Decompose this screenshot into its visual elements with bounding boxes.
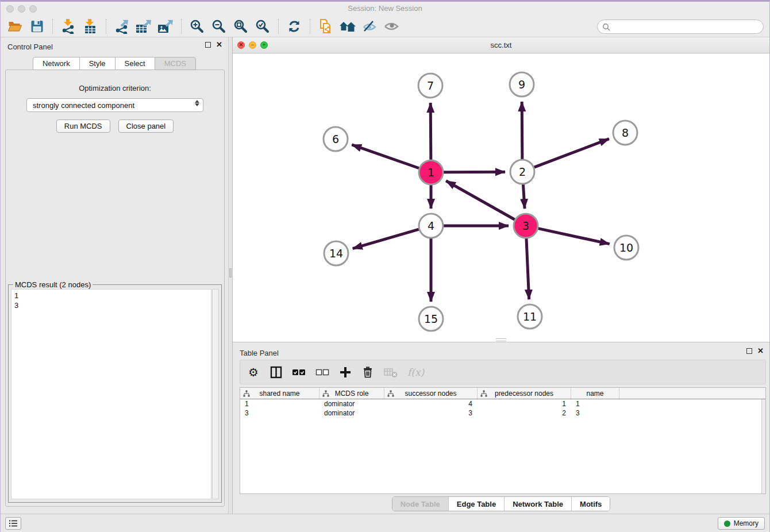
column-header-mcds-role[interactable]: MCDS role — [319, 388, 384, 399]
zoom-selected-icon[interactable] — [252, 17, 274, 36]
search-input[interactable] — [613, 22, 763, 31]
graph-edge-2-9[interactable] — [522, 102, 522, 159]
export-table-icon[interactable] — [133, 17, 155, 36]
open-session-icon[interactable] — [4, 17, 26, 36]
float-panel-icon[interactable] — [205, 42, 211, 48]
result-scrollbar[interactable] — [212, 289, 219, 499]
graph-edge-1-6[interactable] — [352, 145, 419, 168]
graph-edge-1-7[interactable] — [430, 103, 431, 160]
memory-status-icon — [724, 521, 730, 527]
zoom-in-icon[interactable] — [186, 17, 208, 36]
tab-select[interactable]: Select — [115, 57, 155, 70]
splitter-grip[interactable] — [229, 268, 232, 277]
graph-canvas: 1234678910111415 — [233, 53, 770, 342]
hide-eye-icon[interactable] — [359, 17, 380, 36]
column-header-predecessor-nodes[interactable]: predecessor nodes — [478, 388, 571, 399]
graph-edge-3-1[interactable] — [446, 181, 515, 219]
graph-node-label-11: 11 — [523, 310, 537, 323]
table-cell: 3 — [240, 409, 319, 417]
graph-edge-3-10[interactable] — [538, 229, 609, 244]
select-all-columns-icon[interactable] — [292, 365, 306, 379]
mcds-result-box: MCDS result (2 nodes) 1 3 — [8, 284, 222, 503]
close-panel-button[interactable]: Close panel — [118, 119, 174, 133]
unselect-all-columns-icon[interactable] — [315, 365, 329, 379]
graph-node-label-2: 2 — [519, 165, 526, 178]
refresh-icon[interactable] — [283, 17, 305, 36]
column-header-successor-nodes[interactable]: successor nodes — [384, 388, 478, 399]
table-row[interactable]: 1 dominator 4 1 1 — [240, 399, 765, 408]
toolbar-separator — [52, 19, 53, 34]
memory-button[interactable]: Memory — [718, 517, 765, 530]
attribute-icon — [480, 390, 487, 397]
tab-style[interactable]: Style — [79, 57, 116, 70]
table-toolbar: ⚙ f(x) — [240, 360, 766, 384]
table-cell: dominator — [319, 400, 384, 408]
column-header-shared-name[interactable]: shared name — [240, 388, 319, 399]
column-header-name[interactable]: name — [571, 388, 619, 399]
network-window-titlebar: ✕ − + scc.txt — [233, 37, 769, 53]
tab-network[interactable]: Network — [33, 57, 80, 70]
add-column-icon[interactable] — [339, 365, 352, 379]
tab-network-table[interactable]: Network Table — [504, 497, 571, 511]
zoom-out-icon[interactable] — [208, 17, 230, 36]
toolbar-separator — [310, 19, 310, 34]
search-box — [597, 20, 764, 34]
run-mcds-button[interactable]: Run MCDS — [56, 119, 110, 133]
list-icon — [9, 519, 18, 527]
tab-motifs[interactable]: Motifs — [571, 497, 610, 511]
toggle-panes-icon[interactable] — [270, 365, 282, 379]
panel-list-button[interactable] — [5, 517, 21, 530]
save-session-icon[interactable] — [26, 17, 48, 36]
optimization-criterion-label: Optimization criterion: — [6, 84, 224, 92]
import-table-icon[interactable] — [79, 17, 101, 36]
search-icon — [602, 23, 610, 31]
mcds-result-text[interactable]: 1 3 — [11, 289, 211, 499]
attribute-icon — [243, 390, 250, 397]
import-network-icon[interactable] — [57, 17, 79, 36]
clone-network-icon[interactable] — [315, 17, 337, 36]
function-builder-icon: f(x) — [407, 365, 424, 379]
graph-node-label-8: 8 — [622, 126, 629, 139]
tab-mcds[interactable]: MCDS — [155, 57, 196, 70]
criterion-select[interactable]: strongly connected component — [26, 98, 203, 112]
show-eye-icon[interactable] — [380, 17, 402, 36]
table-cell: 3 — [571, 409, 619, 417]
graph-node-label-6: 6 — [332, 133, 339, 145]
graph-edge-3-11[interactable] — [526, 238, 529, 299]
graph-node-label-15: 15 — [424, 313, 438, 325]
vertical-splitter[interactable] — [228, 37, 233, 514]
column-header-filler — [619, 388, 765, 399]
close-panel-icon[interactable]: ✕ — [216, 42, 222, 48]
export-image-icon[interactable] — [155, 17, 176, 36]
table-row[interactable]: 3 dominator 3 2 3 — [240, 408, 765, 418]
graph-edge-4-14[interactable] — [353, 229, 419, 248]
graph-edge-1-2[interactable] — [444, 172, 505, 172]
table-scrollbar[interactable] — [761, 399, 765, 494]
close-table-panel-icon[interactable]: ✕ — [757, 348, 764, 354]
network-canvas[interactable]: 1234678910111415 — [233, 53, 769, 342]
window-title: Session: New Session — [1, 4, 769, 13]
home-icon[interactable] — [337, 17, 359, 36]
graph-edge-2-8[interactable] — [534, 139, 609, 168]
tab-edge-table[interactable]: Edge Table — [448, 497, 504, 511]
tab-node-table[interactable]: Node Table — [392, 497, 448, 511]
zoom-fit-icon[interactable] — [230, 17, 252, 36]
table-header-row: shared name MCDS role successor nodes pr… — [240, 388, 765, 399]
network-window: ✕ − + scc.txt 1234678910111415 — [233, 37, 769, 342]
graph-node-label-10: 10 — [619, 241, 633, 254]
table-cell: 1 — [478, 400, 571, 408]
graph-node-label-3: 3 — [522, 219, 529, 232]
settings-gear-icon[interactable]: ⚙ — [247, 365, 260, 379]
chevron-up-down-icon — [195, 100, 199, 106]
float-table-panel-icon[interactable] — [746, 348, 752, 354]
graph-edge-2-3[interactable] — [523, 184, 525, 209]
control-panel-tabs: Network Style Select MCDS — [1, 57, 228, 70]
toolbar-separator — [106, 19, 106, 34]
canvas-resize-handle[interactable] — [496, 338, 506, 341]
graph-node-label-9: 9 — [518, 78, 525, 91]
control-panel-title: Control Panel — [7, 43, 53, 51]
status-bar: Memory — [1, 514, 769, 532]
export-network-icon[interactable] — [111, 17, 133, 36]
delete-column-icon[interactable] — [361, 365, 374, 379]
network-title: scc.txt — [233, 41, 769, 49]
